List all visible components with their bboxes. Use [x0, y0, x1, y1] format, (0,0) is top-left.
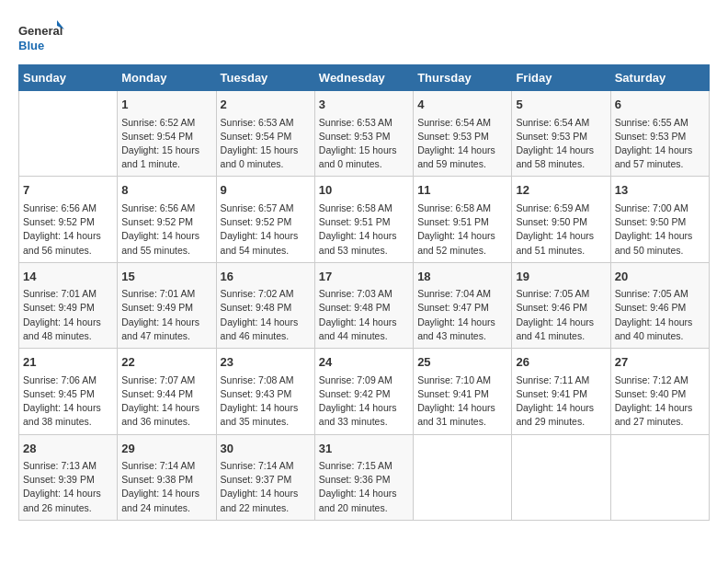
calendar-cell: 13Sunrise: 7:00 AMSunset: 9:50 PMDayligh…	[610, 177, 709, 262]
cell-content: Sunrise: 7:07 AMSunset: 9:44 PMDaylight:…	[121, 373, 211, 430]
calendar-week-row: 14Sunrise: 7:01 AMSunset: 9:49 PMDayligh…	[19, 262, 710, 348]
day-number: 4	[417, 96, 507, 114]
day-number: 29	[121, 440, 211, 458]
calendar-cell: 10Sunrise: 6:58 AMSunset: 9:51 PMDayligh…	[314, 177, 413, 262]
calendar-day-header: Thursday	[414, 65, 512, 91]
calendar-cell	[19, 91, 118, 177]
day-number: 7	[23, 181, 113, 200]
day-number: 10	[319, 181, 409, 200]
cell-content: Sunrise: 7:14 AMSunset: 9:38 PMDaylight:…	[121, 459, 211, 515]
calendar-day-header: Saturday	[610, 65, 709, 91]
day-number: 8	[121, 181, 211, 200]
day-number: 26	[516, 353, 606, 372]
calendar-week-row: 1Sunrise: 6:52 AMSunset: 9:54 PMDaylight…	[19, 91, 710, 177]
cell-content: Sunrise: 7:01 AMSunset: 9:49 PMDaylight:…	[121, 287, 211, 343]
calendar-cell: 22Sunrise: 7:07 AMSunset: 9:44 PMDayligh…	[118, 349, 216, 434]
cell-content: Sunrise: 7:00 AMSunset: 9:50 PMDaylight:…	[615, 201, 705, 258]
day-number: 13	[615, 181, 705, 200]
calendar-cell: 17Sunrise: 7:03 AMSunset: 9:48 PMDayligh…	[314, 262, 413, 348]
calendar-day-header: Monday	[118, 65, 216, 91]
cell-content: Sunrise: 6:54 AMSunset: 9:53 PMDaylight:…	[417, 116, 507, 172]
calendar-cell: 31Sunrise: 7:15 AMSunset: 9:36 PMDayligh…	[314, 434, 413, 520]
calendar-cell: 30Sunrise: 7:14 AMSunset: 9:37 PMDayligh…	[216, 434, 314, 520]
calendar-cell: 24Sunrise: 7:09 AMSunset: 9:42 PMDayligh…	[314, 349, 413, 434]
page-header: General Blue	[18, 18, 710, 55]
day-number: 27	[615, 353, 705, 372]
cell-content: Sunrise: 6:59 AMSunset: 9:50 PMDaylight:…	[516, 201, 606, 258]
cell-content: Sunrise: 7:11 AMSunset: 9:41 PMDaylight:…	[516, 373, 606, 430]
cell-content: Sunrise: 7:01 AMSunset: 9:49 PMDaylight:…	[23, 287, 113, 343]
calendar-cell: 11Sunrise: 6:58 AMSunset: 9:51 PMDayligh…	[414, 177, 512, 262]
day-number: 2	[221, 96, 311, 114]
cell-content: Sunrise: 7:15 AMSunset: 9:36 PMDaylight:…	[319, 459, 409, 515]
day-number: 25	[417, 353, 507, 372]
day-number: 1	[121, 96, 211, 114]
calendar-header-row: SundayMondayTuesdayWednesdayThursdayFrid…	[19, 65, 710, 91]
cell-content: Sunrise: 6:57 AMSunset: 9:52 PMDaylight:…	[221, 201, 311, 258]
day-number: 3	[319, 96, 409, 114]
cell-content: Sunrise: 6:56 AMSunset: 9:52 PMDaylight:…	[23, 201, 113, 258]
calendar-cell: 29Sunrise: 7:14 AMSunset: 9:38 PMDayligh…	[118, 434, 216, 520]
cell-content: Sunrise: 6:53 AMSunset: 9:53 PMDaylight:…	[319, 116, 409, 172]
calendar-table: SundayMondayTuesdayWednesdayThursdayFrid…	[18, 64, 710, 521]
calendar-cell	[610, 434, 709, 520]
day-number: 30	[221, 440, 311, 458]
calendar-cell: 16Sunrise: 7:02 AMSunset: 9:48 PMDayligh…	[216, 262, 314, 348]
calendar-cell: 3Sunrise: 6:53 AMSunset: 9:53 PMDaylight…	[314, 91, 413, 177]
logo: General Blue	[18, 18, 64, 55]
day-number: 9	[221, 181, 311, 200]
cell-content: Sunrise: 7:05 AMSunset: 9:46 PMDaylight:…	[615, 287, 705, 343]
calendar-day-header: Wednesday	[314, 65, 413, 91]
calendar-day-header: Sunday	[19, 65, 118, 91]
cell-content: Sunrise: 7:10 AMSunset: 9:41 PMDaylight:…	[417, 373, 507, 430]
calendar-cell: 21Sunrise: 7:06 AMSunset: 9:45 PMDayligh…	[19, 349, 118, 434]
calendar-cell: 2Sunrise: 6:53 AMSunset: 9:54 PMDaylight…	[216, 91, 314, 177]
calendar-day-header: Friday	[512, 65, 610, 91]
cell-content: Sunrise: 7:02 AMSunset: 9:48 PMDaylight:…	[221, 287, 311, 343]
cell-content: Sunrise: 7:06 AMSunset: 9:45 PMDaylight:…	[23, 373, 113, 430]
svg-text:Blue: Blue	[18, 39, 44, 52]
calendar-cell: 5Sunrise: 6:54 AMSunset: 9:53 PMDaylight…	[512, 91, 610, 177]
cell-content: Sunrise: 7:05 AMSunset: 9:46 PMDaylight:…	[516, 287, 606, 343]
day-number: 12	[516, 181, 606, 200]
day-number: 11	[417, 181, 507, 200]
calendar-cell: 4Sunrise: 6:54 AMSunset: 9:53 PMDaylight…	[414, 91, 512, 177]
cell-content: Sunrise: 7:09 AMSunset: 9:42 PMDaylight:…	[319, 373, 409, 430]
calendar-cell: 18Sunrise: 7:04 AMSunset: 9:47 PMDayligh…	[414, 262, 512, 348]
cell-content: Sunrise: 6:58 AMSunset: 9:51 PMDaylight:…	[319, 201, 409, 258]
cell-content: Sunrise: 6:52 AMSunset: 9:54 PMDaylight:…	[121, 116, 211, 172]
calendar-cell: 23Sunrise: 7:08 AMSunset: 9:43 PMDayligh…	[216, 349, 314, 434]
day-number: 14	[23, 268, 113, 286]
calendar-cell: 7Sunrise: 6:56 AMSunset: 9:52 PMDaylight…	[19, 177, 118, 262]
day-number: 15	[121, 268, 211, 286]
logo-svg: General Blue	[18, 18, 64, 55]
cell-content: Sunrise: 7:08 AMSunset: 9:43 PMDaylight:…	[221, 373, 311, 430]
calendar-cell: 27Sunrise: 7:12 AMSunset: 9:40 PMDayligh…	[610, 349, 709, 434]
cell-content: Sunrise: 6:56 AMSunset: 9:52 PMDaylight:…	[121, 201, 211, 258]
day-number: 28	[23, 440, 113, 458]
calendar-cell	[414, 434, 512, 520]
cell-content: Sunrise: 6:54 AMSunset: 9:53 PMDaylight:…	[516, 116, 606, 172]
calendar-cell: 20Sunrise: 7:05 AMSunset: 9:46 PMDayligh…	[610, 262, 709, 348]
calendar-cell: 1Sunrise: 6:52 AMSunset: 9:54 PMDaylight…	[118, 91, 216, 177]
cell-content: Sunrise: 6:58 AMSunset: 9:51 PMDaylight:…	[417, 201, 507, 258]
day-number: 19	[516, 268, 606, 286]
day-number: 20	[615, 268, 705, 286]
cell-content: Sunrise: 7:04 AMSunset: 9:47 PMDaylight:…	[417, 287, 507, 343]
cell-content: Sunrise: 6:55 AMSunset: 9:53 PMDaylight:…	[615, 116, 705, 172]
cell-content: Sunrise: 6:53 AMSunset: 9:54 PMDaylight:…	[221, 116, 311, 172]
calendar-cell: 28Sunrise: 7:13 AMSunset: 9:39 PMDayligh…	[19, 434, 118, 520]
calendar-cell: 25Sunrise: 7:10 AMSunset: 9:41 PMDayligh…	[414, 349, 512, 434]
calendar-cell: 9Sunrise: 6:57 AMSunset: 9:52 PMDaylight…	[216, 177, 314, 262]
calendar-cell: 12Sunrise: 6:59 AMSunset: 9:50 PMDayligh…	[512, 177, 610, 262]
svg-text:General: General	[18, 24, 63, 38]
day-number: 24	[319, 353, 409, 372]
calendar-week-row: 21Sunrise: 7:06 AMSunset: 9:45 PMDayligh…	[19, 349, 710, 434]
day-number: 31	[319, 440, 409, 458]
day-number: 18	[417, 268, 507, 286]
calendar-week-row: 28Sunrise: 7:13 AMSunset: 9:39 PMDayligh…	[19, 434, 710, 520]
day-number: 6	[615, 96, 705, 114]
calendar-cell: 14Sunrise: 7:01 AMSunset: 9:49 PMDayligh…	[19, 262, 118, 348]
day-number: 21	[23, 353, 113, 372]
calendar-day-header: Tuesday	[216, 65, 314, 91]
